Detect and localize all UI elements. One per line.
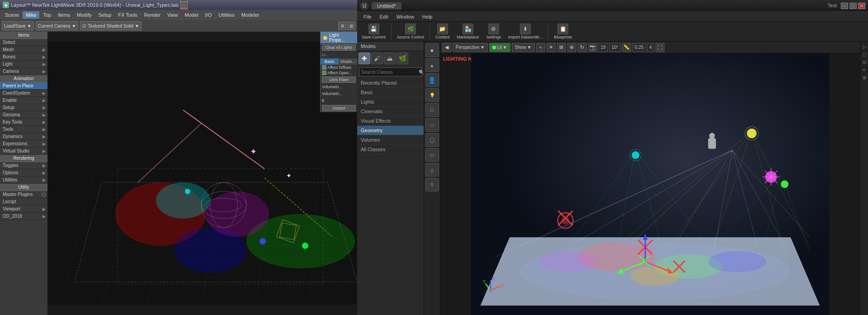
- ue-title-tab[interactable]: Untitled*: [372, 2, 401, 10]
- menu-modeler[interactable]: Modeler: [238, 11, 263, 19]
- sidebar-virtual-studio[interactable]: Virtual Studio ▶: [0, 148, 47, 155]
- measure-icon[interactable]: 📏: [622, 43, 631, 52]
- maximize-button[interactable]: □: [180, 2, 188, 8]
- affect-opacity-checkbox[interactable]: [322, 71, 326, 75]
- menu-view[interactable]: View: [164, 11, 181, 19]
- save-current-button[interactable]: 💾 Save Current: [359, 23, 388, 40]
- sidebar-lscript[interactable]: Lscript: [0, 198, 47, 205]
- category-geometry[interactable]: Geometry: [357, 126, 424, 135]
- affect-diffuse-checkbox[interactable]: [322, 65, 326, 70]
- sidebar-od2018[interactable]: OD_2018 ▶: [0, 213, 47, 220]
- camera-combo[interactable]: Current Camera ▼: [36, 21, 79, 30]
- rs-icon-2[interactable]: ◻: [861, 51, 868, 57]
- menu-modify[interactable]: Modify: [74, 11, 94, 19]
- sidebar-coordsystem[interactable]: CoordSystem ▶: [0, 90, 47, 97]
- mode-icon-person[interactable]: 👤: [425, 73, 439, 87]
- source-control-button[interactable]: 🌿 Source Control: [394, 23, 427, 40]
- content-button[interactable]: 📁 Content: [433, 23, 453, 40]
- import-datasmith-button[interactable]: ⬇ Import Datasmith...: [505, 23, 545, 40]
- ue-maximize-button[interactable]: □: [849, 3, 857, 9]
- settings-icon-btn[interactable]: ⚙: [338, 22, 346, 30]
- sidebar-options[interactable]: Options ▶: [0, 169, 47, 177]
- category-basic[interactable]: Basic: [357, 88, 424, 97]
- mode-icon-sphere2[interactable]: ◯: [425, 133, 439, 147]
- sidebar-dynamics[interactable]: Dynamics ▶: [0, 133, 47, 140]
- snap-icon-btn[interactable]: ⊕: [567, 43, 576, 52]
- rs-icon-1[interactable]: ▷: [861, 43, 868, 50]
- menu-mike[interactable]: Mike: [23, 11, 39, 19]
- ue-viewport[interactable]: ◀ Perspective ▼ Lit ▼ Show ▼ ＋ ☀ ⊞ ⊕: [440, 42, 860, 315]
- grid-icon-btn2[interactable]: ⊞: [557, 43, 566, 52]
- angle-number[interactable]: 10°: [609, 43, 621, 52]
- sidebar-expressions[interactable]: Expressions ▶: [0, 140, 47, 148]
- mode-combo[interactable]: ☑ Textured Shaded Solid ▼: [80, 21, 142, 30]
- perspective-button[interactable]: Perspective ▼: [453, 43, 488, 52]
- menu-model[interactable]: Model: [182, 11, 202, 19]
- clear-all-lights-button[interactable]: Clear All Lights: [322, 44, 356, 51]
- maximize-vp-btn[interactable]: ⛶: [656, 43, 665, 52]
- grid-icon-btn[interactable]: ⊞: [347, 22, 355, 30]
- sidebar-parent-in-place[interactable]: Parent in Place: [0, 82, 47, 90]
- modes-tab-place[interactable]: ✚: [359, 52, 370, 64]
- category-lights[interactable]: Lights: [357, 97, 424, 107]
- category-volumes[interactable]: Volumes: [357, 135, 424, 145]
- modes-search[interactable]: 🔍: [359, 67, 422, 76]
- menu-setup[interactable]: Setup: [95, 11, 115, 19]
- camera-speed[interactable]: 0.25: [632, 43, 646, 52]
- marketplace-button[interactable]: 🏪 Marketplace: [454, 23, 482, 40]
- sidebar-setup[interactable]: Setup ▶: [0, 104, 47, 111]
- sidebar-select[interactable]: Select: [0, 39, 47, 46]
- sidebar-enable[interactable]: Enable ▶: [0, 97, 47, 104]
- menu-help[interactable]: Help: [419, 13, 436, 20]
- menu-items[interactable]: Items: [55, 11, 73, 19]
- camera-icon-btn[interactable]: 📷: [588, 43, 597, 52]
- blueprints-button[interactable]: 📋 Blueprints: [551, 23, 575, 40]
- sidebar-genoma[interactable]: Genoma ▶: [0, 111, 47, 119]
- mode-icon-plane[interactable]: ▭: [425, 148, 439, 162]
- lp-tab-shadow[interactable]: Shado...: [339, 58, 358, 65]
- menu-edit[interactable]: Edit: [376, 13, 392, 20]
- mode-icon-sphere[interactable]: ●: [425, 43, 439, 57]
- mode-icon-stairs[interactable]: ⊓: [425, 178, 439, 191]
- lens-flare-button[interactable]: Lens Flare: [322, 76, 356, 83]
- rs-icon-3[interactable]: ⊡: [861, 59, 868, 65]
- sidebar-keytools[interactable]: Key Tools ▶: [0, 119, 47, 126]
- count-number[interactable]: 4: [647, 43, 654, 52]
- category-all-classes[interactable]: All Classes: [357, 145, 424, 154]
- sidebar-tools[interactable]: Tools ▶: [0, 126, 47, 133]
- category-cinematic[interactable]: Cinematic: [357, 107, 424, 116]
- mode-icon-cone[interactable]: ▲: [425, 58, 439, 72]
- sidebar-toggles[interactable]: Toggles ▶: [0, 162, 47, 169]
- sidebar-utilities[interactable]: Utilities ▶: [0, 177, 47, 184]
- show-button[interactable]: Show ▼: [512, 43, 535, 52]
- menu-utilities[interactable]: Utilities: [215, 11, 237, 19]
- sun-icon-btn[interactable]: ☀: [547, 43, 556, 52]
- distant-button[interactable]: Distant: [322, 105, 356, 111]
- mode-icon-triangle[interactable]: △: [425, 163, 439, 177]
- category-recently-placed[interactable]: Recently Placed: [357, 78, 424, 88]
- sidebar-camera[interactable]: Camera ▶: [0, 68, 47, 75]
- lw-viewport[interactable]: ✦ ✦ 🌟 Light Prope... Clear All Lights: [47, 32, 357, 315]
- mode-icon-cylinder[interactable]: ⬡: [425, 103, 439, 117]
- add-icon-btn[interactable]: ＋: [536, 43, 545, 52]
- menu-window[interactable]: Window: [393, 13, 418, 20]
- category-visual-effects[interactable]: Visual Effects: [357, 116, 424, 126]
- sidebar-bones[interactable]: Bones ▶: [0, 53, 47, 61]
- modes-tab-paint[interactable]: 🖌: [371, 52, 383, 64]
- sidebar-master-plugins[interactable]: Master Plugins ◯: [0, 191, 47, 198]
- menu-fxtools[interactable]: FX Tools: [115, 11, 141, 19]
- modes-tab-foliage[interactable]: 🌿: [396, 52, 408, 64]
- menu-render[interactable]: Render: [141, 11, 164, 19]
- sidebar-mesh[interactable]: Mesh ▶: [0, 46, 47, 53]
- sidebar-viewport[interactable]: Viewport ▶: [0, 205, 47, 213]
- rs-icon-4[interactable]: ≡: [861, 67, 868, 73]
- menu-io[interactable]: I/O: [202, 11, 215, 19]
- rotate-icon-btn[interactable]: ↻: [578, 43, 587, 52]
- ue-close-button[interactable]: ✕: [858, 3, 865, 9]
- menu-top[interactable]: Top: [40, 11, 54, 19]
- load-save-combo[interactable]: Load/Save ▼: [2, 21, 34, 30]
- menu-file[interactable]: File: [360, 13, 375, 20]
- modes-tab-landscape[interactable]: ⛰: [384, 52, 396, 64]
- menu-scene[interactable]: Scene: [2, 11, 22, 19]
- ue-minimize-button[interactable]: ─: [841, 3, 848, 9]
